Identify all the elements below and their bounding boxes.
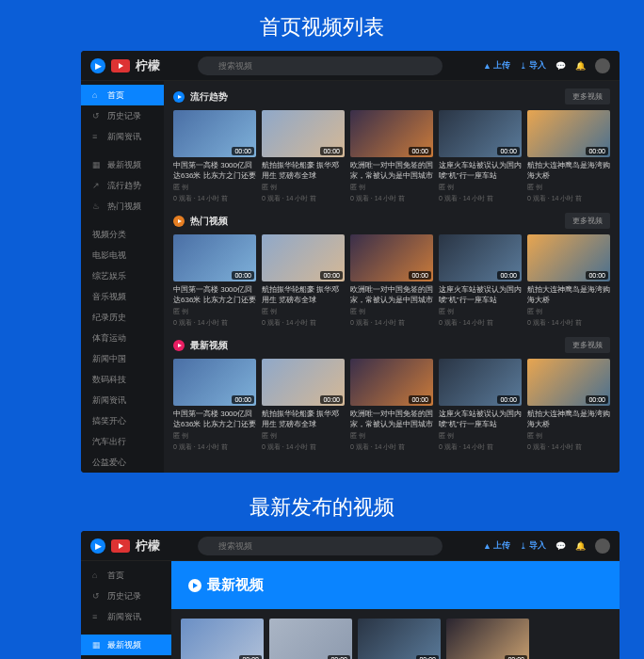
chat-icon[interactable]: 💬 bbox=[555, 541, 566, 551]
sidebar-cat-2[interactable]: 综艺娱乐 bbox=[81, 265, 164, 286]
video-thumbnail[interactable]: 00:00 bbox=[527, 359, 610, 406]
duration-badge: 00:00 bbox=[320, 271, 343, 280]
video-card[interactable]: 00:00 这座火车站被误认为国内 唬"机"行一座车站 匿 例 0 观看 · 1… bbox=[439, 359, 522, 452]
video-thumbnail[interactable]: 00:00 bbox=[262, 359, 345, 406]
video-thumbnail[interactable]: 00:00 bbox=[269, 619, 352, 659]
video-thumbnail[interactable]: 00:00 bbox=[527, 110, 610, 157]
logo-icon[interactable]: ▶ bbox=[90, 58, 105, 73]
search-input[interactable] bbox=[198, 56, 443, 75]
video-card[interactable]: 00:00 这座火车站被误认为国内 唬"机"行一座车站 匿 例 0 观看 · 1… bbox=[439, 110, 522, 203]
sidebar-cat-1[interactable]: 电影电视 bbox=[81, 245, 164, 265]
video-card[interactable]: 00:00 欧洲唯一对中国免签的国家，常被认为是中国城市 匿 例 0 观看 · … bbox=[350, 234, 433, 328]
video-card[interactable]: 00:00 欧洲唯一对中国免签的国家，常被认为是中国城市 匿 例 0 观看 · … bbox=[350, 110, 433, 203]
brand-name[interactable]: 柠檬 bbox=[136, 57, 160, 74]
video-title: 航拍振华轮船豪 振华邓用生 览磅布全球 bbox=[262, 409, 345, 429]
chat-icon[interactable]: 💬 bbox=[555, 61, 566, 71]
import-button[interactable]: ⤓ 导入 bbox=[520, 539, 546, 552]
news-icon: ≡ bbox=[92, 132, 102, 141]
bell-icon[interactable]: 🔔 bbox=[575, 61, 586, 71]
video-thumbnail[interactable]: 00:00 bbox=[173, 110, 256, 157]
sidebar-history[interactable]: ↺历史记录 bbox=[81, 105, 164, 126]
sidebar-history[interactable]: ↺历史记录 bbox=[81, 586, 171, 606]
video-thumbnail[interactable]: 00:00 bbox=[439, 234, 522, 281]
video-thumbnail[interactable]: 00:00 bbox=[173, 359, 256, 406]
video-meta: 0 观看 · 14 小时 前 bbox=[439, 194, 522, 203]
sidebar-2: ⌂首页 ↺历史记录 ≡新闻资讯 ▦最新视频 ↗流行趋势 ♨热门视频 视频分类 电… bbox=[81, 561, 171, 659]
upload-button[interactable]: ▲ 上传 bbox=[483, 539, 510, 552]
sidebar-cat-11[interactable]: 公益爱心 bbox=[81, 452, 164, 473]
video-author: 匿 例 bbox=[173, 431, 256, 441]
more-button[interactable]: 更多视频 bbox=[565, 337, 610, 353]
sidebar-cat-0[interactable]: 视频分类 bbox=[81, 224, 164, 245]
video-thumbnail[interactable]: 00:00 bbox=[262, 234, 345, 281]
video-card[interactable]: 00:00 中国第一高楼 3000亿回达636米 比东方之门还要间2倍 匿 例 … bbox=[173, 359, 256, 452]
video-thumbnail[interactable]: 00:00 bbox=[358, 619, 441, 659]
sidebar-cat-6[interactable]: 新闻中国 bbox=[81, 348, 164, 369]
video-thumbnail[interactable]: 00:00 bbox=[173, 234, 256, 281]
video-thumbnail[interactable]: 00:00 bbox=[527, 234, 610, 281]
brand-name[interactable]: 柠檬 bbox=[136, 538, 160, 555]
logo-icon[interactable]: ▶ bbox=[90, 538, 105, 554]
sidebar-cat-7[interactable]: 数码科技 bbox=[81, 369, 164, 390]
video-card[interactable]: 00:00 航拍大连神鹰岛是海湾购海大桥 匿 例 0 观看 · 14 小时 前 bbox=[527, 234, 610, 328]
sidebar-home[interactable]: ⌂首页 bbox=[81, 85, 164, 105]
avatar[interactable] bbox=[595, 538, 610, 554]
video-card[interactable]: 00:00 爱宁带来的视觉寻击 非是航济就的人 匿 例 0 观看 · 14 小时… bbox=[446, 619, 529, 659]
video-thumbnail[interactable]: 00:00 bbox=[350, 110, 433, 157]
video-author: 匿 例 bbox=[527, 431, 610, 441]
sidebar-cat-10[interactable]: 汽车出行 bbox=[81, 431, 164, 452]
more-button[interactable]: 更多视频 bbox=[565, 88, 610, 104]
video-card[interactable]: 00:00 欧洲唯一对中国免签的国家, 中国城市 匿 例 0 观看 · 14 小… bbox=[269, 619, 352, 659]
video-title: 这座火车站被误认为国内 唬"机"行一座车站 bbox=[439, 409, 522, 429]
video-meta: 0 观看 · 14 小时 前 bbox=[439, 442, 522, 452]
video-title: 航拍大连神鹰岛是海湾购海大桥 bbox=[527, 409, 610, 429]
video-logo-icon[interactable] bbox=[111, 539, 130, 553]
video-thumbnail[interactable]: 00:00 bbox=[350, 234, 433, 281]
video-card[interactable]: 00:00 这座火车站被误认为国内 唬"机"行一座车站 匿 例 0 观看 · 1… bbox=[439, 234, 522, 328]
video-thumbnail[interactable]: 00:00 bbox=[350, 359, 433, 406]
sidebar-hot[interactable]: ♨热门视频 bbox=[81, 196, 164, 217]
video-card[interactable]: 00:00 中国第一高楼 3000亿回达636米 比东方之门还要间2倍 匿 例 … bbox=[173, 110, 256, 203]
video-thumbnail[interactable]: 00:00 bbox=[446, 619, 529, 659]
sidebar-cat-5[interactable]: 体育运动 bbox=[81, 328, 164, 348]
video-card[interactable]: 00:00 航拍大连神鹰岛是海湾购海大桥 匿 例 0 观看 · 14 小时 前 bbox=[527, 110, 610, 203]
trend-icon: ↗ bbox=[92, 181, 102, 190]
sidebar-news[interactable]: ≡新闻资讯 bbox=[81, 126, 164, 147]
sidebar-cat-9[interactable]: 搞笑开心 bbox=[81, 410, 164, 431]
sidebar-latest[interactable]: ▦最新视频 bbox=[81, 635, 171, 655]
video-card[interactable]: 00:00 中国第一高楼 3000亿回达636米 比东方之门还要间2倍 匿 例 … bbox=[173, 234, 256, 328]
video-card[interactable]: 00:00 中国没有暗特的地球村落 不甚累 匿 例 0 观看 · 14 小时 前 bbox=[358, 619, 441, 659]
more-button[interactable]: 更多视频 bbox=[565, 213, 610, 229]
home-icon: ⌂ bbox=[92, 90, 102, 100]
video-card[interactable]: 00:00 航拍振华轮船豪 振华邓用生 览磅布全球 匿 例 0 观看 · 14 … bbox=[262, 234, 345, 328]
sidebar-home[interactable]: ⌂首页 bbox=[81, 565, 171, 586]
video-thumbnail[interactable]: 00:00 bbox=[439, 110, 522, 157]
duration-badge: 00:00 bbox=[497, 271, 520, 280]
search-input[interactable] bbox=[198, 537, 443, 555]
upload-button[interactable]: ▲ 上传 bbox=[483, 59, 510, 72]
sidebar-trending[interactable]: ↗流行趋势 bbox=[81, 655, 171, 659]
video-card[interactable]: 00:00 欧洲唯一对中国免签的国家，常被认为是中国城市 匿 例 0 观看 · … bbox=[350, 359, 433, 452]
video-thumbnail[interactable]: 00:00 bbox=[439, 359, 522, 406]
video-card[interactable]: 00:00 航拍振华轮船豪 振华邓用生 览磅布全球 匿 例 0 观看 · 14 … bbox=[262, 359, 345, 452]
bell-icon[interactable]: 🔔 bbox=[575, 541, 586, 551]
video-logo-icon[interactable] bbox=[111, 59, 130, 72]
video-card[interactable]: 00:00 航拍振华轮船豪 振华邓用生 览磅布全球 匿 例 0 观看 · 14 … bbox=[262, 110, 345, 203]
video-card[interactable]: 00:00 航拍大连神鹰岛是海湾购海大桥 匿 例 0 观看 · 14 小时 前 bbox=[527, 359, 610, 452]
sidebar-cat-4[interactable]: 纪录历史 bbox=[81, 307, 164, 328]
sidebar-trending[interactable]: ↗流行趋势 bbox=[81, 175, 164, 196]
sidebar-cat-8[interactable]: 新闻资讯 bbox=[81, 390, 164, 410]
sidebar-news[interactable]: ≡新闻资讯 bbox=[81, 606, 171, 627]
video-thumbnail[interactable]: 00:00 bbox=[181, 619, 264, 659]
video-thumbnail[interactable]: 00:00 bbox=[262, 110, 345, 157]
sidebar-cat-3[interactable]: 音乐视频 bbox=[81, 286, 164, 307]
video-card[interactable]: 00:00 中国第一高楼 3000亿回达636米 东方之门还更间2倍 匿 例 0… bbox=[181, 619, 264, 659]
app-latest: ▶ 柠檬 ▲ 上传 ⤓ 导入 💬 🔔 ⌂首页 ↺历史记录 ≡新闻资讯 ▦最新视频… bbox=[81, 531, 620, 659]
video-title: 中国第一高楼 3000亿回达636米 比东方之门还要间2倍 bbox=[173, 409, 256, 429]
sidebar-latest[interactable]: ▦最新视频 bbox=[81, 154, 164, 175]
video-author: 匿 例 bbox=[173, 183, 256, 192]
row-header: 最新视频 更多视频 bbox=[173, 337, 610, 353]
search-wrap bbox=[198, 56, 474, 75]
avatar[interactable] bbox=[595, 58, 610, 73]
import-button[interactable]: ⤓ 导入 bbox=[520, 59, 546, 72]
